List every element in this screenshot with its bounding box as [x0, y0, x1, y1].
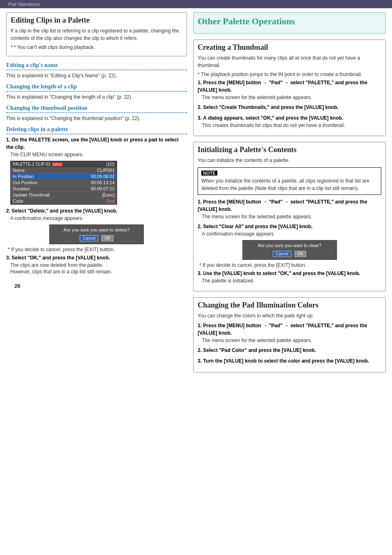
pad-step-2-bold: Select "Pad Color" and press the [VALUE]…	[203, 347, 316, 353]
initializing-intro: You can initialize the contents of a pal…	[198, 157, 381, 164]
step-2-num: 2.	[6, 208, 10, 214]
changing-length-title: Changing the length of a clip	[6, 83, 187, 90]
note-body: When you initialize the contents of a pa…	[201, 177, 378, 192]
pad-step-3: 3. Turn the [VALUE] knob to select the c…	[198, 357, 381, 365]
init-step-3-sub: The palette is initialized.	[198, 278, 381, 284]
creating-thumbnail-title: Creating a Thumbnail	[198, 43, 381, 52]
clip-menu-value-thumbnail: [Exec]	[102, 192, 115, 197]
note-label: NOTE	[201, 171, 217, 176]
step-3-bold: Select "OK," and press the [VALUE] knob.	[12, 255, 110, 261]
init-step-1-num: 1.	[198, 199, 202, 205]
init-step-2: 2. Select "Clear All" and press the [VAL…	[198, 223, 381, 237]
clip-menu-value-name: CLIP001	[97, 168, 115, 173]
init-bullet-note: * If you decide to cancel, press the [EX…	[199, 262, 381, 268]
init-step-2-num: 2.	[198, 224, 202, 229]
creating-thumbnail-intro: You can create thumbnails for many clips…	[198, 54, 381, 69]
init-step-1-sub: The menu screen for the selected palette…	[198, 214, 381, 220]
changing-thumbnail-body: This is explained in "Changing the thumb…	[6, 115, 187, 122]
create-thumb-step-3-num: 3.	[198, 115, 202, 121]
changing-length-body: This is explained in "Changing the lengt…	[6, 93, 187, 101]
pad-step-3-num: 3.	[198, 358, 202, 364]
clip-menu-label-color: Color	[13, 199, 23, 204]
delete-bullet-note: * If you decide to cancel, press the [EX…	[8, 247, 187, 252]
pad-step-1-bold: Press the [MENU] button → "Pad" → select…	[198, 323, 367, 336]
changing-length-section: Changing the length of a clip This is ex…	[6, 83, 187, 101]
step-2-bold: Select "Delete," and press the [VALUE] k…	[12, 208, 117, 214]
other-palette-ops-header: Other Palette Operations	[193, 12, 386, 34]
clip-menu-value-duration: 00:00:07:12	[91, 186, 115, 191]
editing-clip-name-title: Editing a clip's name	[6, 62, 187, 69]
clip-menu-row-color: Color Red	[11, 198, 117, 204]
clip-menu-row-out: Out Position 00:05:13:14	[11, 180, 117, 186]
editing-clips-note: * You can't edit clips during playback.	[11, 44, 182, 50]
clip-menu-row-thumbnail: Update Thumbnail [Exec]	[11, 192, 117, 198]
step-3-num: 3.	[6, 255, 10, 261]
dotted-divider-2	[6, 91, 187, 92]
dialog-delete-message: Are you sure you want to delete?	[53, 227, 140, 232]
clip-menu-row-name: Name CLIP001	[11, 167, 117, 173]
pad-illumination-intro: You can change the colors in which the p…	[198, 312, 381, 319]
create-thumb-step-1: 1. Press the [MENU] button → "Pad" → sel…	[198, 79, 381, 100]
clip-menu-label-duration: Duration	[13, 186, 30, 191]
clip-menu-badge: NEW	[52, 162, 63, 166]
clip-menu-label-thumbnail: Update Thumbnail	[13, 192, 50, 197]
dotted-divider-3	[6, 112, 187, 113]
editing-clip-name-body: This is explained in "Editing a Clip's N…	[6, 72, 187, 79]
dotted-divider-4	[6, 134, 187, 134]
pad-step-1: 1. Press the [MENU] button → "Pad" → sel…	[198, 322, 381, 343]
dialog-clear-cancel-btn[interactable]: Cancel	[273, 251, 291, 257]
create-thumb-step-1-bold: Press the [MENU] button → "Pad" → select…	[198, 80, 367, 93]
dialog-ok-btn[interactable]: OK	[101, 235, 113, 241]
initializing-title: Initializing a Palette's Contents	[198, 146, 381, 154]
editing-clips-body: If a clip in the clip list is referring …	[11, 27, 182, 42]
step-1: 1. On the PALETTE screen, use the [VALUE…	[6, 136, 187, 157]
clip-menu-value-in: 00:05:06:02	[91, 174, 115, 179]
top-bar-label: Pad Operations	[8, 2, 39, 7]
changing-thumbnail-section: Changing the thumbnail position This is …	[6, 105, 187, 122]
dialog-clear: Are you sure you want to clear? Cancel O…	[242, 240, 337, 260]
step-2-sub: A confirmation message appears.	[6, 215, 187, 221]
initializing-section: Initializing a Palette's Contents You ca…	[193, 142, 386, 291]
pad-step-2-num: 2.	[198, 347, 202, 353]
create-thumb-step-1-num: 1.	[198, 80, 202, 86]
dialog-cancel-btn[interactable]: Cancel	[80, 235, 98, 241]
create-thumb-step-3-bold: A dialog appears, select "OK," and press…	[203, 115, 343, 121]
create-thumb-step-1-sub: The menu screen for the selected palette…	[198, 95, 381, 100]
dialog-clear-ok-btn[interactable]: OK	[295, 251, 306, 257]
editing-clips-section: Editing Clips in a Palette If a clip in …	[6, 12, 187, 56]
init-step-1: 1. Press the [MENU] button → "Pad" → sel…	[198, 198, 381, 220]
left-column: Editing Clips in a Palette If a clip in …	[6, 12, 187, 378]
create-thumb-step-2-bold: Select "Create Thumbnails," and press th…	[203, 104, 338, 110]
pad-step-2: 2. Select "Pad Color" and press the [VAL…	[198, 347, 381, 354]
clip-menu-label-in: In Position	[13, 174, 34, 179]
clip-menu-value-out: 00:05:13:14	[91, 180, 115, 185]
pad-step-3-bold: Turn the [VALUE] knob to select the colo…	[203, 358, 369, 364]
pad-illumination-section: Changing the Pad Illumination Colors You…	[193, 297, 386, 372]
pad-step-1-num: 1.	[198, 323, 202, 328]
other-palette-ops-title: Other Palette Operations	[198, 16, 381, 27]
step-3: 3. Select "OK," and press the [VALUE] kn…	[6, 254, 187, 275]
create-thumb-step-3: 3. A dialog appears, select "OK," and pr…	[198, 114, 381, 128]
init-step-3: 3. Use the [VALUE] knob to select "OK," …	[198, 270, 381, 284]
clip-menu-header: PALETTE-1 CLIP-01 NEW (1/2)	[11, 161, 117, 167]
dialog-delete: Are you sure you want to delete? Cancel …	[49, 224, 144, 244]
init-step-2-sub: A confirmation message appears.	[198, 231, 381, 237]
clip-menu-header-left: PALETTE-1 CLIP-01 NEW	[13, 162, 63, 166]
step-3-sub1: The clips are now deleted from the palet…	[6, 262, 187, 268]
init-step-1-bold: Press the [MENU] button → "Pad" → select…	[198, 199, 367, 212]
clip-menu-row-duration: Duration 00:00:07:12	[11, 186, 117, 192]
step-2: 2. Select "Delete," and press the [VALUE…	[6, 207, 187, 221]
step-1-num: 1.	[6, 137, 10, 143]
editing-clip-name-section: Editing a clip's name This is explained …	[6, 62, 187, 79]
create-thumb-step-2-num: 2.	[198, 104, 202, 110]
pad-step-1-sub: The menu screen for the selected palette…	[198, 338, 381, 343]
clip-menu-value-color: Red	[106, 199, 115, 204]
clip-menu-label-name: Name	[13, 168, 25, 173]
dialog-clear-message: Are you sure you want to clear?	[246, 243, 333, 248]
changing-thumbnail-title: Changing the thumbnail position	[6, 105, 187, 111]
creating-thumbnail-section: Creating a Thumbnail You can create thum…	[193, 39, 386, 136]
creating-thumbnail-note: * The playback position jumps to the IN …	[198, 72, 381, 77]
content-area: Editing Clips in a Palette If a clip in …	[0, 8, 392, 382]
clip-menu-row-in: In Position 00:05:06:02	[11, 173, 117, 180]
note-box: NOTE When you initialize the contents of…	[198, 167, 381, 195]
